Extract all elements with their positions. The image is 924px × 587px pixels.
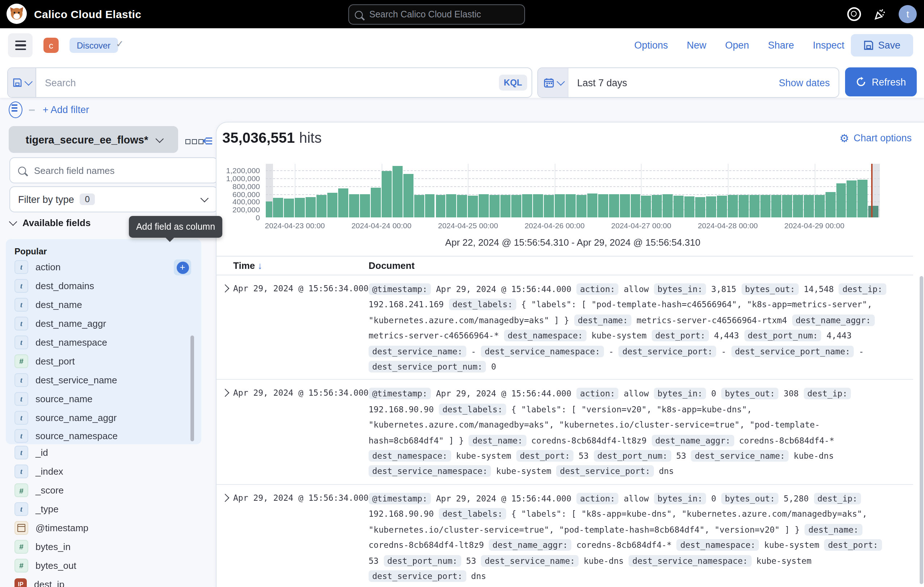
available-fields-header[interactable]: Available fields (10, 217, 91, 228)
histogram-bar[interactable] (728, 195, 738, 217)
show-dates-button[interactable]: Show dates (779, 77, 838, 88)
histogram-bar[interactable] (782, 195, 792, 217)
histogram-bar[interactable] (847, 180, 857, 217)
histogram-bar[interactable] (663, 194, 673, 217)
field-item-dest_name[interactable]: tdest_name (6, 296, 201, 314)
histogram-bar[interactable] (836, 184, 846, 217)
date-picker[interactable]: Last 7 days Show dates (537, 68, 839, 98)
field-item-dest_domains[interactable]: tdest_domains (6, 277, 201, 296)
sidebar-scrollbar[interactable] (190, 336, 194, 441)
saved-query-menu[interactable] (8, 68, 36, 97)
histogram-bar[interactable] (392, 166, 402, 217)
histogram-bar[interactable] (425, 194, 435, 217)
field-search-box[interactable] (10, 157, 218, 184)
histogram-bar[interactable] (349, 194, 359, 217)
histogram-bar[interactable] (598, 195, 608, 217)
breadcrumb[interactable]: Discover (69, 38, 118, 53)
field-item-action[interactable]: taction+ (6, 258, 201, 277)
histogram-bar[interactable] (295, 198, 305, 217)
filter-icon[interactable] (9, 101, 23, 118)
histogram-bar[interactable] (273, 197, 284, 217)
field-item-@timestamp[interactable]: @timestamp (6, 519, 201, 537)
histogram-bar[interactable] (869, 206, 879, 217)
toolbar-link-options[interactable]: Options (634, 40, 668, 51)
index-pattern-selector[interactable]: tigera_secure_ee_flows* (9, 126, 178, 153)
field-item-source_name[interactable]: tsource_name (6, 389, 201, 408)
histogram-bar[interactable] (609, 194, 619, 217)
histogram-bar[interactable] (717, 196, 727, 217)
toolbar-link-inspect[interactable]: Inspect (813, 40, 844, 51)
histogram-bar[interactable] (566, 194, 576, 217)
histogram-bar[interactable] (436, 195, 446, 217)
field-item-dest_name_aggr[interactable]: tdest_name_aggr (6, 314, 201, 333)
histogram-bar[interactable] (500, 195, 510, 217)
histogram-bar[interactable] (652, 195, 662, 217)
news-icon[interactable] (873, 8, 886, 21)
field-item-_type[interactable]: t_type (6, 500, 201, 519)
quick-select-menu[interactable] (538, 68, 568, 97)
global-search-input[interactable] (368, 9, 518, 20)
field-item-source_name_aggr[interactable]: tsource_name_aggr (6, 408, 201, 427)
histogram-bar[interactable] (792, 195, 803, 217)
histogram-bar[interactable] (858, 180, 868, 217)
field-item-_index[interactable]: t_index (6, 462, 201, 481)
sort-desc-icon[interactable]: ↓ (257, 260, 262, 271)
histogram-bar[interactable] (360, 195, 370, 217)
expand-row-icon[interactable] (221, 389, 229, 397)
histogram-bar[interactable] (457, 195, 467, 217)
histogram-bar[interactable] (382, 171, 392, 217)
histogram-bar[interactable] (305, 197, 316, 217)
histogram-bar[interactable] (674, 196, 684, 217)
query-input[interactable] (36, 77, 498, 88)
histogram-bar[interactable] (761, 195, 771, 217)
save-button[interactable]: Save (851, 34, 913, 56)
space-badge[interactable]: c (43, 38, 59, 53)
kql-query-box[interactable]: KQL (7, 68, 532, 98)
histogram-bar[interactable] (284, 198, 294, 217)
histogram-bar[interactable] (446, 194, 457, 217)
histogram-bar[interactable] (814, 195, 825, 217)
help-icon[interactable] (847, 7, 861, 21)
field-item-dest_namespace[interactable]: tdest_namespace (6, 333, 201, 352)
histogram-bar[interactable] (544, 195, 554, 217)
toolbar-link-open[interactable]: Open (725, 40, 749, 51)
collapse-sidebar-icon[interactable] (202, 136, 213, 146)
histogram-bar[interactable] (555, 195, 565, 217)
histogram-bar[interactable] (630, 194, 640, 217)
histogram-bar[interactable] (414, 195, 424, 217)
histogram-bar[interactable] (749, 195, 760, 217)
refresh-button[interactable]: Refresh (845, 68, 917, 96)
field-item-_score[interactable]: #_score (6, 481, 201, 500)
field-view-toggle-icon[interactable] (185, 139, 203, 144)
histogram-bar[interactable] (266, 202, 273, 217)
histogram-bar[interactable] (317, 195, 327, 217)
histogram-bar[interactable] (490, 195, 500, 217)
histogram-bar[interactable] (327, 193, 337, 217)
histogram-plot[interactable] (266, 164, 880, 217)
histogram-bar[interactable] (695, 197, 705, 217)
histogram-bar[interactable] (587, 193, 597, 217)
toolbar-link-share[interactable]: Share (768, 40, 794, 51)
global-search[interactable] (348, 4, 525, 25)
time-column-header[interactable]: Time ↓ (233, 260, 369, 271)
toolbar-link-new[interactable]: New (687, 40, 706, 51)
histogram-bar[interactable] (371, 188, 381, 217)
field-item-dest_port[interactable]: #dest_port (6, 352, 201, 371)
expand-row-icon[interactable] (221, 493, 229, 502)
field-item-source_namespace[interactable]: tsource_namespace (6, 427, 201, 446)
histogram-bar[interactable] (706, 197, 716, 217)
calico-logo-icon[interactable] (7, 3, 27, 24)
histogram-bar[interactable] (804, 195, 813, 217)
histogram-bar[interactable] (533, 195, 543, 217)
histogram-bar[interactable] (479, 195, 489, 217)
chart-options-button[interactable]: ⚙ Chart options (840, 132, 912, 144)
user-avatar[interactable]: t (899, 5, 917, 23)
histogram-bar[interactable] (511, 195, 521, 217)
field-item-bytes_in[interactable]: #bytes_in (6, 537, 201, 556)
histogram-bar[interactable] (739, 195, 749, 217)
add-filter-button[interactable]: + Add filter (43, 104, 89, 115)
add-field-as-column-button[interactable]: + (177, 261, 189, 274)
field-search-input[interactable] (33, 164, 209, 177)
histogram-bar[interactable] (825, 192, 835, 217)
filter-by-type-select[interactable]: Filter by type 0 (10, 186, 218, 212)
